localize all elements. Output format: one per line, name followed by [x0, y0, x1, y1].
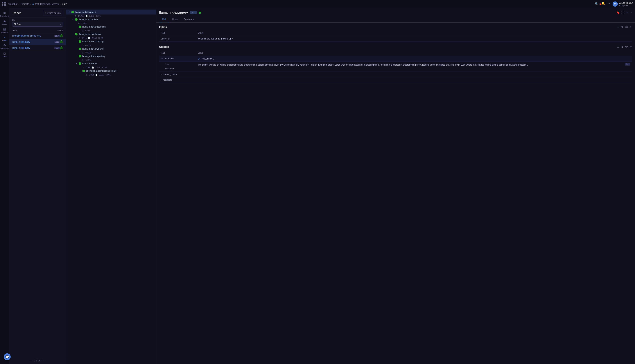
inputs-title: Inputs	[159, 26, 167, 28]
outputs-list-btn[interactable]: ☰	[617, 45, 619, 48]
tree-row-chunking1[interactable]: llama_index.chunking	[74, 39, 156, 44]
op-filter-wrapper: All Ops	[12, 22, 63, 27]
tree-children-root: ▼ llama_index.retrieve ⏱ 1.96s	[66, 17, 156, 76]
tree-status-llm	[79, 62, 81, 65]
tree-cost-llm: $0.01	[102, 66, 107, 68]
prev-page-button[interactable]: ‹	[31, 359, 32, 362]
breadcrumb-calls: Calls	[62, 2, 67, 5]
tree-item-chunking1: llama_index.chunking ⏱ <0.01s	[74, 39, 156, 46]
tree-name-synthesize: llama_index.synthesize	[79, 33, 154, 36]
export-csv-button[interactable]: ↑ Export to CSV	[43, 11, 63, 16]
tree-row-embedding[interactable]: llama_index.embedding	[74, 24, 156, 29]
tree-name-chunking1: llama_index.chunking	[82, 40, 154, 43]
breadcrumb-wandbot[interactable]: wandbot	[9, 2, 18, 5]
op-filter-select[interactable]: All Ops	[12, 22, 63, 27]
tree-row-root[interactable]: ▼ llama_index.query	[66, 10, 156, 14]
inputs-code-btn[interactable]: </>	[625, 26, 628, 28]
chevron-right-icon-metadata: ›	[161, 79, 162, 81]
expand-retrieve[interactable]: ▼	[72, 18, 75, 20]
models-label: Models	[2, 23, 7, 25]
expand-llm[interactable]: ▼	[76, 63, 79, 65]
tree-meta-retrieve: ⏱ 1.96s	[70, 22, 156, 24]
trace-name-1[interactable]: llama_index.query	[12, 40, 54, 43]
outputs-sort-btn[interactable]: ⇅	[621, 45, 623, 48]
tree-tokens-openai: 2,150	[99, 74, 104, 76]
response-transfer-btn[interactable]: ⇅	[165, 63, 167, 66]
inputs-list-btn[interactable]: ☰	[617, 26, 619, 28]
detail-tabs: Call Code Summary	[159, 16, 632, 22]
output-value-response-text: Text The author worked on writing short …	[196, 62, 632, 72]
next-page-button[interactable]: ›	[44, 359, 45, 362]
inputs-edit-btn[interactable]: ✏	[630, 26, 632, 28]
trace-name-2[interactable]: llama_index.query	[12, 47, 54, 49]
output-value-source-nodes	[196, 72, 632, 77]
tree-row-chunking2[interactable]: llama_index.chunking	[74, 46, 156, 51]
tree-item-synthesize: ▼ llama_index.synthesize ⏱ 9.74s 📄 2,150…	[70, 32, 156, 76]
tab-call[interactable]: Call	[159, 16, 169, 22]
response-copy-btn[interactable]: ⧉	[167, 63, 169, 66]
trace-name-0[interactable]: openai.chat.completions.cre...	[12, 34, 54, 37]
user-profile[interactable]: AT Ayush Thakur morgs-org	[612, 2, 633, 6]
chevron-down-icon[interactable]: ▼	[161, 57, 163, 60]
sidebar-item-traces[interactable]: ⤷ Traces	[1, 34, 8, 42]
tree-time-llm: 3.59s	[85, 66, 90, 68]
sidebar-item-evaluations[interactable]: ⊞ Evaluations	[1, 10, 8, 18]
outputs-edit-btn[interactable]: ✏	[630, 45, 632, 48]
sidebar-item-models[interactable]: ◈ Models	[1, 18, 8, 26]
sidebar-item-objects[interactable]: ◻ Objects	[1, 51, 8, 58]
trace-item-0[interactable]: openai.chat.completions.cre... 1e74 ✓	[9, 33, 66, 39]
help-icon[interactable]: ?	[608, 2, 610, 6]
trace-item-2[interactable]: llama_index.query 4cc4 ✓	[9, 45, 66, 51]
sidebar-item-datasets[interactable]: ▤ Datasets	[1, 26, 8, 34]
outputs-section: Outputs ☰ ⇅ </> ✏ Path Value	[159, 45, 632, 83]
tree-item-openai: openai.chat.completions.create ⏱ 2.05s 📄…	[77, 68, 156, 76]
more-button[interactable]: ···	[630, 11, 632, 14]
tree-tokens-root: 2,150	[89, 15, 94, 17]
tab-summary[interactable]: Summary	[181, 16, 197, 22]
output-path-response-text: ⇅ ⧉ response	[159, 62, 196, 72]
export-icon: ↑	[45, 12, 46, 14]
detail-header: llama_index.query 7a11 🔖 ⛶ ✕ ··· Call Co…	[156, 8, 635, 22]
breadcrumb-project[interactable]: test-llamaindex-weave	[35, 2, 59, 5]
output-row-source-nodes[interactable]: › source_nodes	[159, 72, 632, 77]
trace-badge-2: 4cc4	[54, 47, 60, 49]
sidebar-item-operations[interactable]: ⚙ Operations	[1, 42, 8, 50]
tree-row-openai[interactable]: openai.chat.completions.create	[77, 68, 156, 73]
tree-meta-embedding: ⏱ 0.44s	[74, 30, 156, 32]
inputs-sort-btn[interactable]: ⇅	[621, 26, 623, 28]
filter-row: Op All Ops	[9, 18, 66, 28]
tree-time-root: 14.75s	[78, 15, 84, 17]
traces-list: openai.chat.completions.cre... 1e74 ✓ ll…	[9, 33, 66, 357]
chat-bubble-button[interactable]: 💬	[4, 353, 11, 360]
col-status: Status	[52, 30, 63, 32]
tree-row-retrieve[interactable]: ▼ llama_index.retrieve	[70, 17, 156, 22]
expand-button[interactable]: ⛶	[621, 11, 624, 14]
search-icon[interactable]: 🔍	[595, 2, 598, 6]
trace-status-1: ✓	[60, 40, 63, 43]
expand-root[interactable]: ▼	[68, 11, 71, 13]
notifications-icon[interactable]: 🔔	[601, 2, 605, 5]
tab-code[interactable]: Code	[169, 16, 181, 22]
tree-item-chunking2: llama_index.chunking ⏱ <0.01s	[74, 46, 156, 54]
tree-row-synthesize[interactable]: ▼ llama_index.synthesize	[70, 32, 156, 36]
tree-meta-llm: ⏱ 3.59s 📄 2,150 $0.01	[74, 66, 156, 68]
datasets-icon: ▤	[3, 27, 6, 31]
breadcrumb-project-icon: ◈	[32, 2, 34, 5]
output-row-metadata[interactable]: › metadata	[159, 77, 632, 83]
expand-synthesize[interactable]: ▼	[72, 33, 75, 35]
text-type-badge: Text	[625, 63, 630, 66]
objects-icon: ◻	[3, 52, 6, 55]
breadcrumb-projects[interactable]: Projects	[21, 2, 29, 5]
outputs-code-btn[interactable]: </>	[625, 45, 628, 48]
bookmark-button[interactable]: 🔖	[616, 11, 620, 14]
tree-time-templating: <0.01s	[85, 59, 91, 61]
outputs-path-header: Path	[159, 50, 196, 56]
tree-cost-root: $0.01	[96, 15, 101, 17]
tree-meta-openai: ⏱ 2.05s 📄 2,150 $0.01	[77, 74, 156, 76]
close-button[interactable]: ✕	[626, 11, 628, 14]
tree-row-llm[interactable]: ▼ llama_index.llm	[74, 61, 156, 66]
tree-name-llm: llama_index.llm	[82, 62, 154, 65]
tree-name-openai: openai.chat.completions.create	[86, 70, 154, 72]
trace-item-1[interactable]: llama_index.query 7a11 ✓	[9, 39, 66, 45]
tree-row-templating[interactable]: llama_index.templating	[74, 54, 156, 58]
